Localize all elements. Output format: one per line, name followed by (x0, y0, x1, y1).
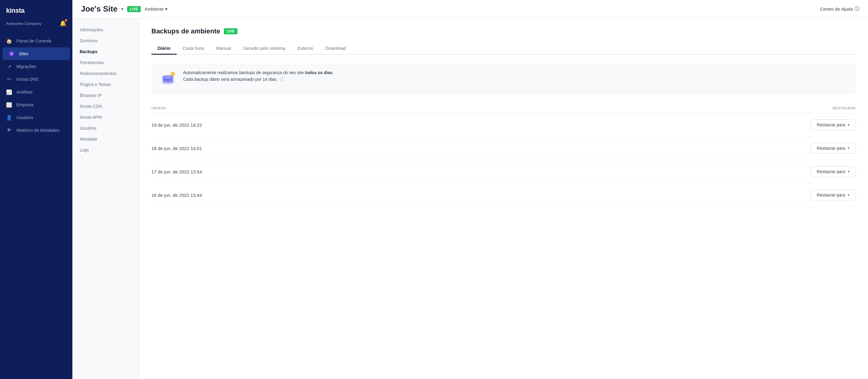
sidebar-item-usuarios[interactable]: 👤 Usuários (0, 111, 72, 124)
sidebar-nav: 🏠 Painel de Controle Sites ↗ Migrações 〜… (0, 32, 72, 379)
sub-nav-logs[interactable]: Logs (72, 144, 139, 156)
site-title: Joe's Site (81, 4, 117, 14)
help-link[interactable]: Centro de Ajuda ⓘ (820, 6, 860, 12)
page-title: Backups de ambiente (151, 27, 220, 35)
sidebar-item-painel[interactable]: 🏠 Painel de Controle (0, 35, 72, 47)
svg-point-12 (169, 76, 170, 78)
table-row: 19 de jun. de 2022 14:22 Restaurar para … (151, 113, 856, 137)
col-created: CRIADO (151, 106, 166, 110)
restore-chevron-icon-2: ▾ (848, 146, 849, 150)
sidebar-item-migracoes[interactable]: ↗ Migrações (0, 60, 72, 73)
svg-point-14 (172, 73, 174, 75)
dns-icon: 〜 (6, 76, 12, 82)
page-live-badge: LIVE (224, 28, 238, 34)
topbar-left: Joe's Site ▾ LIVE Ambiente ▾ (81, 4, 167, 14)
sub-nav-kinsta-apm[interactable]: Kinsta APM (72, 112, 139, 123)
ambiente-chevron-icon: ▾ (165, 6, 167, 12)
tab-download[interactable]: Download (319, 42, 352, 55)
page-header: Backups de ambiente LIVE (151, 27, 856, 35)
home-icon: 🏠 (6, 38, 12, 44)
sidebar-item-sites[interactable]: Sites (2, 47, 70, 60)
main-area: Joe's Site ▾ LIVE Ambiente ▾ Centro de A… (72, 0, 868, 379)
backup-tabs: Diário Cada hora Manual Gerado pelo sist… (151, 42, 856, 55)
help-icon: ⓘ (855, 6, 860, 12)
info-box: Automaticamente realizamos backups de se… (151, 63, 856, 95)
info-help-icon[interactable]: ⓘ (280, 77, 284, 82)
svg-rect-8 (162, 81, 173, 82)
analises-icon: 📈 (6, 89, 12, 95)
live-badge: LIVE (127, 6, 141, 12)
sidebar-item-kinsta-dns[interactable]: 〜 Kinsta DNS (0, 73, 72, 85)
sub-nav-kinsta-cdn[interactable]: Kinsta CDN (72, 101, 139, 112)
tab-externo[interactable]: Externo (291, 42, 319, 55)
col-restore: RESTAURAR (833, 106, 856, 110)
sidebar-item-empresa[interactable]: ⬜ Empresa (0, 98, 72, 111)
company-row: Awesome Company 🔔 (0, 20, 72, 32)
svg-point-16 (173, 81, 175, 82)
restore-button-2[interactable]: Restaurar para ▾ (810, 143, 856, 154)
sub-nav-informacoes[interactable]: Informações (72, 24, 139, 35)
content-area: Informações Domínios Backups Ferramentas… (72, 18, 868, 379)
info-description: Automaticamente realizamos backups de se… (183, 69, 334, 83)
tab-cada-hora[interactable]: Cada hora (177, 42, 210, 55)
sub-nav-redirecionamentos[interactable]: Redirecionamentos (72, 68, 139, 79)
company-name: Awesome Company (6, 21, 41, 26)
notification-dot (65, 19, 67, 22)
tab-diario[interactable]: Diário (151, 42, 177, 55)
tab-gerado-sistema[interactable]: Gerado pelo sistema (237, 42, 291, 55)
backup-date-1: 19 de jun. de 2022 14:22 (151, 123, 202, 128)
ambiente-selector[interactable]: Ambiente ▾ (145, 6, 167, 12)
backup-date-3: 17 de jun. de 2022 13:54 (151, 169, 202, 174)
sub-nav-dominios[interactable]: Domínios (72, 35, 139, 46)
table-header: CRIADO RESTAURAR (151, 104, 856, 113)
backup-date-4: 16 de jun. de 2022 13:44 (151, 193, 202, 198)
sites-icon (8, 51, 14, 57)
historico-icon: 👁 (6, 127, 12, 133)
restore-chevron-icon-4: ▾ (848, 193, 849, 197)
svg-rect-7 (162, 79, 173, 81)
notification-icon[interactable]: 🔔 (60, 20, 66, 27)
svg-point-10 (165, 76, 167, 78)
site-chevron-icon[interactable]: ▾ (121, 6, 123, 12)
restore-button-3[interactable]: Restaurar para ▾ (810, 166, 856, 177)
sidebar-item-analises[interactable]: 📈 Análises (0, 85, 72, 98)
empresa-icon: ⬜ (6, 102, 12, 108)
sub-nav-bloquear-ip[interactable]: Bloquear IP (72, 90, 139, 101)
sub-sidebar: Informações Domínios Backups Ferramentas… (72, 18, 139, 379)
sub-nav-atividade[interactable]: Atividade (72, 134, 139, 144)
backup-date-2: 18 de jun. de 2022 14:01 (151, 146, 202, 151)
sidebar: kinsta Awesome Company 🔔 🏠 Painel de Con… (0, 0, 72, 379)
restore-chevron-icon-1: ▾ (848, 123, 849, 127)
sidebar-header: kinsta (0, 0, 72, 20)
topbar: Joe's Site ▾ LIVE Ambiente ▾ Centro de A… (72, 0, 868, 18)
table-row: 18 de jun. de 2022 14:01 Restaurar para … (151, 137, 856, 160)
usuarios-icon: 👤 (6, 114, 12, 120)
sub-nav-ferramentas[interactable]: Ferramentas (72, 57, 139, 68)
sub-nav-backups[interactable]: Backups (72, 46, 139, 57)
sidebar-item-historico[interactable]: 👁 Histórico de Atividades (0, 124, 72, 137)
restore-button-4[interactable]: Restaurar para ▾ (810, 190, 856, 200)
tab-manual[interactable]: Manual (210, 42, 237, 55)
migracoes-icon: ↗ (6, 64, 12, 70)
main-content: Backups de ambiente LIVE Diário Cada hor… (139, 18, 868, 379)
svg-point-1 (10, 53, 13, 55)
table-row: 17 de jun. de 2022 13:54 Restaurar para … (151, 160, 856, 183)
svg-point-11 (167, 76, 169, 78)
restore-chevron-icon-3: ▾ (848, 169, 849, 174)
sub-nav-plugins-temas[interactable]: Plugins e Temas (72, 79, 139, 90)
backup-illustration (159, 69, 177, 89)
sub-nav-usuarios[interactable]: Usuários (72, 123, 139, 134)
table-row: 16 de jun. de 2022 13:44 Restaurar para … (151, 183, 856, 207)
restore-button-1[interactable]: Restaurar para ▾ (810, 119, 856, 130)
svg-point-15 (162, 82, 164, 84)
kinsta-logo: kinsta (6, 7, 25, 14)
